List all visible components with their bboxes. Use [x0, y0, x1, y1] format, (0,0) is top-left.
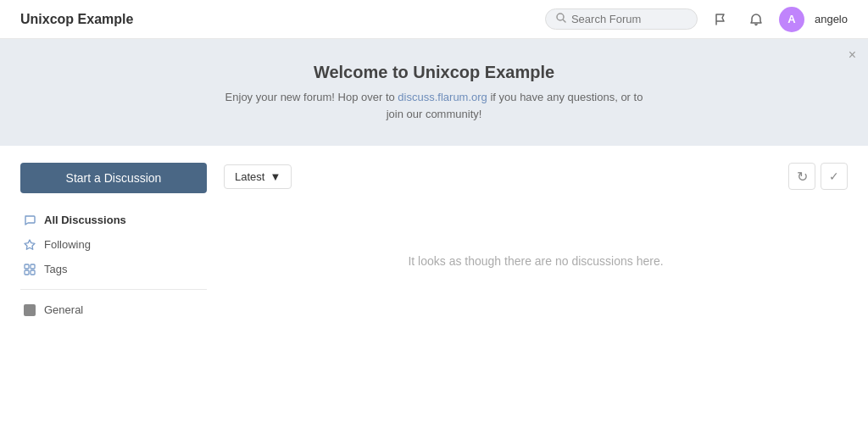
bell-icon[interactable] [743, 7, 769, 32]
mark-read-button[interactable]: ✓ [821, 163, 848, 190]
username[interactable]: angelo [815, 13, 848, 25]
banner-link[interactable]: discuss.flarum.org [398, 91, 487, 103]
search-icon [556, 13, 566, 25]
sidebar-tag-general[interactable]: General [20, 298, 207, 321]
main-content: Start a Discussion All Discussions Follo… [0, 146, 868, 340]
following-label: Following [44, 238, 91, 251]
site-title: Unixcop Example [20, 12, 133, 27]
start-discussion-button[interactable]: Start a Discussion [20, 163, 207, 193]
checkmark-icon: ✓ [829, 169, 839, 183]
svg-line-1 [563, 20, 565, 23]
tags-label: Tags [44, 263, 67, 275]
svg-rect-5 [31, 270, 35, 275]
avatar[interactable]: A [779, 7, 804, 32]
search-box[interactable] [545, 8, 698, 30]
banner-description: Enjoy your new forum! Hop over to discus… [222, 89, 646, 122]
header-right: A angelo [545, 7, 848, 32]
star-icon [24, 239, 36, 251]
svg-rect-4 [25, 270, 29, 275]
header: Unixcop Example A angelo [0, 0, 868, 39]
all-discussions-label: All Discussions [44, 214, 126, 226]
chevron-down-icon: ▼ [270, 170, 281, 183]
general-tag-dot [24, 304, 36, 316]
refresh-icon: ↻ [797, 169, 808, 185]
general-tag-label: General [44, 303, 83, 316]
tags-icon [24, 264, 36, 275]
empty-message: It looks as though there are no discussi… [408, 254, 663, 268]
banner-title: Welcome to Unixcop Example [17, 63, 851, 82]
discussion-area: Latest ▼ ↻ ✓ It looks as though there ar… [224, 163, 848, 323]
flag-icon[interactable] [708, 7, 733, 32]
sidebar-item-all-discussions[interactable]: All Discussions [20, 208, 207, 231]
toolbar-actions: ↻ ✓ [788, 163, 848, 190]
header-left: Unixcop Example [20, 12, 133, 27]
svg-rect-2 [25, 264, 29, 269]
svg-rect-3 [31, 264, 35, 269]
empty-state: It looks as though there are no discussi… [224, 203, 848, 319]
discussion-toolbar: Latest ▼ ↻ ✓ [224, 163, 848, 190]
search-input[interactable] [571, 13, 687, 25]
latest-filter-label: Latest [235, 170, 264, 183]
refresh-button[interactable]: ↻ [788, 163, 815, 190]
latest-filter-button[interactable]: Latest ▼ [224, 164, 292, 189]
sidebar-divider [20, 289, 207, 290]
chat-icon [24, 214, 36, 226]
sidebar-item-following[interactable]: Following [20, 233, 207, 256]
sidebar-item-tags[interactable]: Tags [20, 258, 207, 281]
svg-point-0 [557, 14, 564, 20]
close-banner-button[interactable]: × [849, 47, 856, 63]
hero-banner: Welcome to Unixcop Example Enjoy your ne… [0, 39, 868, 146]
sidebar: Start a Discussion All Discussions Follo… [20, 163, 207, 323]
